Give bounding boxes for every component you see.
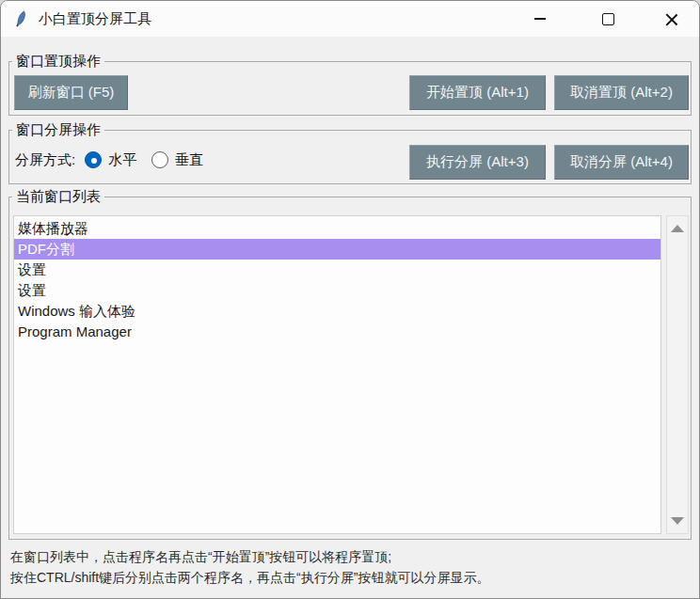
group-split-operations: 窗口分屏操作 分屏方式: 水平 垂直 执行分屏 (Alt+3) 取消分屏 (Al…: [8, 130, 692, 184]
maximize-button[interactable]: [586, 4, 629, 34]
feather-app-icon: [13, 10, 30, 27]
window-listbox[interactable]: 媒体播放器 PDF分割 设置 设置 Windows 输入体验 Program M…: [13, 215, 661, 534]
execute-split-button[interactable]: 执行分屏 (Alt+3): [409, 145, 546, 180]
status-help-text: 在窗口列表中，点击程序名再点击“开始置顶”按钮可以将程序置顶; 按住CTRL/s…: [10, 546, 489, 588]
radio-unselected-icon: [151, 151, 168, 168]
close-icon: [665, 13, 677, 25]
list-item[interactable]: 设置: [14, 260, 660, 280]
radio-vertical[interactable]: 垂直: [151, 151, 203, 169]
maximize-icon: [602, 13, 614, 25]
scroll-up-icon[interactable]: [671, 225, 684, 232]
status-line-2: 按住CTRL/shift键后分别点击两个程序名，再点击“执行分屏”按钮就可以分屏…: [10, 567, 489, 588]
list-item[interactable]: Program Manager: [14, 322, 660, 342]
cancel-split-button[interactable]: 取消分屏 (Alt+4): [554, 145, 689, 180]
refresh-windows-button[interactable]: 刷新窗口 (F5): [14, 75, 128, 110]
close-button[interactable]: [649, 4, 692, 34]
radio-selected-icon: [85, 151, 102, 168]
app-window: 小白置顶分屏工具 窗口置顶操作 刷新窗口 (F5) 开始置顶 (Alt+1) 取…: [0, 0, 700, 599]
window-title: 小白置顶分屏工具: [39, 10, 151, 28]
group-topmost-title: 窗口置顶操作: [12, 52, 104, 71]
scroll-down-icon[interactable]: [671, 517, 684, 525]
list-item[interactable]: Windows 输入体验: [14, 301, 660, 322]
radio-horizontal[interactable]: 水平: [85, 151, 136, 169]
minimize-button[interactable]: [518, 4, 562, 34]
start-topmost-button[interactable]: 开始置顶 (Alt+1): [409, 75, 546, 110]
title-bar[interactable]: 小白置顶分屏工具: [1, 1, 699, 37]
split-mode-label: 分屏方式:: [15, 151, 75, 169]
radio-horizontal-label: 水平: [108, 151, 136, 169]
status-line-1: 在窗口列表中，点击程序名再点击“开始置顶”按钮可以将程序置顶;: [10, 546, 489, 567]
group-window-list-title: 当前窗口列表: [12, 187, 104, 206]
group-window-list: 当前窗口列表 媒体播放器 PDF分割 设置 设置 Windows 输入体验 Pr…: [8, 197, 692, 540]
split-mode-row: 分屏方式: 水平 垂直: [15, 149, 218, 171]
list-item[interactable]: 设置: [14, 280, 660, 301]
radio-vertical-label: 垂直: [175, 151, 203, 169]
list-scrollbar[interactable]: [666, 215, 689, 534]
group-split-title: 窗口分屏操作: [12, 120, 104, 139]
group-topmost-operations: 窗口置顶操作 刷新窗口 (F5) 开始置顶 (Alt+1) 取消置顶 (Alt+…: [8, 61, 692, 116]
minimize-icon: [534, 18, 546, 19]
list-item-selected[interactable]: PDF分割: [14, 239, 660, 260]
list-item[interactable]: 媒体播放器: [14, 218, 660, 239]
cancel-topmost-button[interactable]: 取消置顶 (Alt+2): [554, 75, 689, 110]
